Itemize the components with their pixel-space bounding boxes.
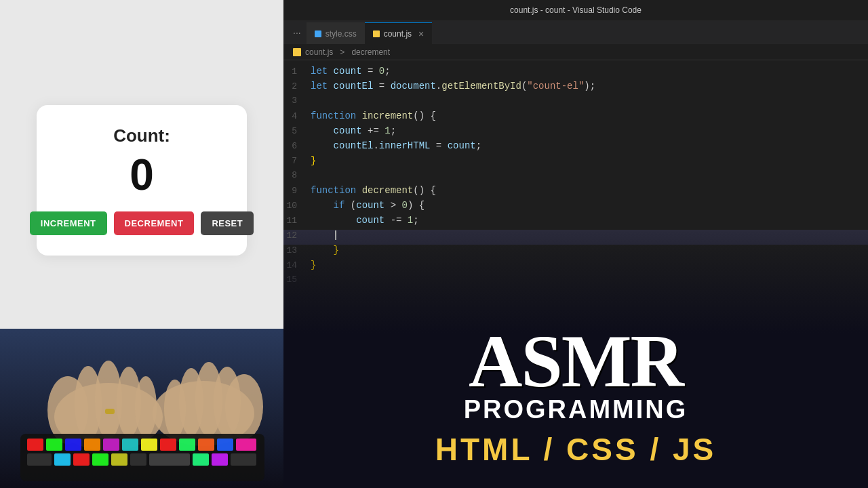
keyboard-photo xyxy=(0,329,283,488)
code-line-12: 12 xyxy=(283,230,868,245)
code-line-13: 13 } xyxy=(283,245,868,260)
svg-rect-22 xyxy=(160,439,176,451)
svg-rect-15 xyxy=(27,439,43,451)
code-line-2: 2 let countEl = document.getElementById(… xyxy=(283,81,868,96)
svg-rect-30 xyxy=(92,453,108,466)
svg-rect-17 xyxy=(65,439,81,451)
svg-rect-20 xyxy=(122,439,138,451)
tab-count-js-label: count.js xyxy=(384,29,412,39)
breadcrumb-section: decrement xyxy=(351,47,390,57)
counter-buttons: INCREMENT DECREMENT RESET xyxy=(30,211,254,235)
code-line-15: 15 xyxy=(283,274,868,289)
left-panel: Count: 0 INCREMENT DECREMENT RESET xyxy=(0,0,283,488)
keyboard-svg xyxy=(0,329,283,488)
svg-rect-26 xyxy=(236,439,256,451)
code-editor[interactable]: 1 let count = 0; 2 let countEl = documen… xyxy=(283,60,868,488)
code-line-4: 4 function increment() { xyxy=(283,110,868,125)
svg-rect-18 xyxy=(84,439,100,451)
counter-value: 0 xyxy=(130,153,154,197)
svg-rect-25 xyxy=(217,439,233,451)
code-line-8: 8 xyxy=(283,170,868,185)
js-file-icon xyxy=(373,30,380,37)
decrement-button[interactable]: DECREMENT xyxy=(114,211,195,235)
code-line-9: 9 function decrement() { xyxy=(283,185,868,200)
svg-point-13 xyxy=(164,380,186,438)
svg-point-6 xyxy=(135,376,157,437)
svg-rect-27 xyxy=(27,453,52,466)
code-line-6: 6 countEl.innerHTML = count; xyxy=(283,140,868,155)
svg-rect-32 xyxy=(130,453,146,466)
svg-rect-24 xyxy=(198,439,214,451)
svg-rect-29 xyxy=(73,453,90,466)
css-file-icon xyxy=(315,30,321,37)
svg-rect-16 xyxy=(46,439,62,451)
keyboard-photo-bg xyxy=(0,329,283,488)
code-line-5: 5 count += 1; xyxy=(283,125,868,140)
svg-rect-19 xyxy=(103,439,119,451)
code-line-3: 3 xyxy=(283,96,868,110)
counter-label: Count: xyxy=(113,125,170,146)
window-title: count.js - count - Visual Studio Code xyxy=(510,5,642,15)
reset-button[interactable]: RESET xyxy=(201,211,254,235)
code-line-10: 10 if (count > 0) { xyxy=(283,200,868,215)
tab-close-icon[interactable]: × xyxy=(418,28,424,39)
svg-rect-23 xyxy=(179,439,195,451)
right-panel: count.js - count - Visual Studio Code ··… xyxy=(283,0,868,488)
svg-rect-34 xyxy=(193,453,209,466)
tab-more[interactable]: ··· xyxy=(288,27,307,38)
tab-style-css-label: style.css xyxy=(326,29,357,39)
title-bar: count.js - count - Visual Studio Code xyxy=(283,0,868,20)
breadcrumb: count.js > decrement xyxy=(283,44,868,60)
breadcrumb-file: count.js xyxy=(305,47,333,57)
tab-count-js[interactable]: count.js × xyxy=(365,22,433,44)
svg-rect-33 xyxy=(149,453,190,466)
breadcrumb-js-icon xyxy=(293,48,301,56)
svg-rect-7 xyxy=(105,409,115,414)
code-line-14: 14 } xyxy=(283,260,868,274)
counter-card: Count: 0 INCREMENT DECREMENT RESET xyxy=(37,105,247,256)
svg-rect-35 xyxy=(212,453,228,466)
code-line-1: 1 let count = 0; xyxy=(283,66,868,81)
svg-rect-21 xyxy=(141,439,157,451)
code-line-11: 11 count -= 1; xyxy=(283,215,868,230)
svg-rect-31 xyxy=(111,453,127,466)
tab-bar: ··· style.css count.js × xyxy=(283,20,868,44)
increment-button[interactable]: INCREMENT xyxy=(30,211,107,235)
code-line-7: 7 } xyxy=(283,155,868,170)
svg-rect-36 xyxy=(231,453,256,466)
svg-rect-28 xyxy=(54,453,71,466)
breadcrumb-separator: > xyxy=(340,47,344,57)
tab-style-css[interactable]: style.css xyxy=(307,22,365,44)
